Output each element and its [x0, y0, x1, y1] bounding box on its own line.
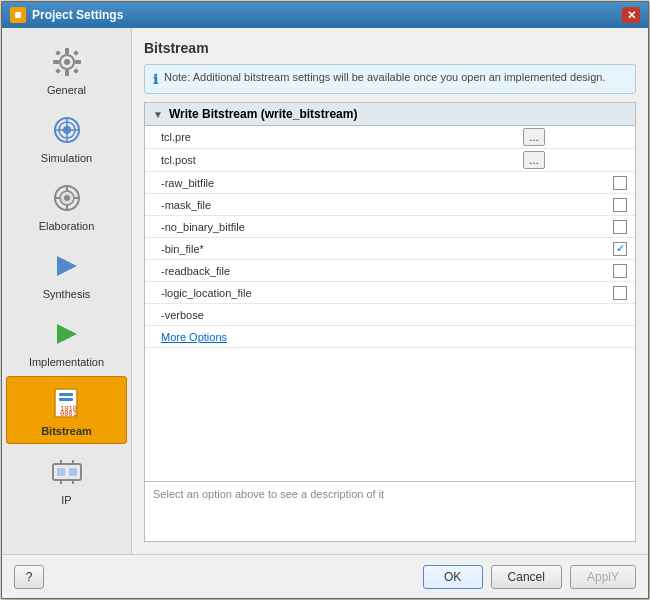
close-button[interactable]: ✕	[622, 7, 640, 23]
settings-header: ▼ Write Bitstream (write_bitstream)	[145, 103, 635, 126]
sidebar-item-ip-label: IP	[61, 494, 71, 506]
row-label-no-binary-bitfile: -no_binary_bitfile	[145, 218, 515, 236]
elaboration-icon	[47, 178, 87, 218]
apply-button[interactable]: ApplY	[570, 565, 636, 589]
sidebar-item-general[interactable]: General	[6, 36, 127, 102]
title-bar: Project Settings ✕	[2, 2, 648, 28]
svg-rect-11	[73, 68, 79, 74]
svg-rect-6	[53, 60, 59, 64]
help-button[interactable]: ?	[14, 565, 44, 589]
row-label-mask-file: -mask_file	[145, 196, 515, 214]
row-label-more-options[interactable]: More Options	[145, 328, 515, 346]
checkbox-no-binary-bitfile[interactable]	[613, 220, 627, 234]
svg-rect-9	[73, 50, 79, 56]
sidebar-item-elaboration-label: Elaboration	[39, 220, 95, 232]
svg-point-19	[64, 195, 70, 201]
synthesis-icon	[47, 246, 87, 286]
row-value-logic-location-file	[515, 284, 635, 302]
info-text: Note: Additional bitstream settings will…	[164, 71, 606, 83]
sidebar-item-implementation-label: Implementation	[29, 356, 104, 368]
browse-btn-tcl-post[interactable]: …	[523, 151, 545, 169]
svg-text:0001: 0001	[60, 410, 77, 418]
checkbox-logic-location-file[interactable]	[613, 286, 627, 300]
table-row: -bin_file* ✓	[145, 238, 635, 260]
table-row: -no_binary_bitfile	[145, 216, 635, 238]
row-label-bin-file: -bin_file*	[145, 240, 515, 258]
table-row: -mask_file	[145, 194, 635, 216]
content-area: General Simulation	[2, 28, 648, 554]
sidebar-item-implementation[interactable]: Implementation	[6, 308, 127, 374]
ok-button[interactable]: OK	[423, 565, 483, 589]
checkbox-readback-file[interactable]	[613, 264, 627, 278]
main-panel: Bitstream ℹ Note: Additional bitstream s…	[132, 28, 648, 554]
info-icon: ℹ	[153, 72, 158, 87]
svg-rect-32	[57, 468, 65, 476]
sidebar-item-ip[interactable]: IP	[6, 446, 127, 512]
table-row: tcl.pre …	[145, 126, 635, 149]
table-row: tcl.post …	[145, 149, 635, 172]
svg-rect-7	[75, 60, 81, 64]
gear-icon	[47, 42, 87, 82]
row-value-tcl-pre: …	[515, 126, 635, 148]
sidebar-item-elaboration[interactable]: Elaboration	[6, 172, 127, 238]
bottom-bar: ? OK Cancel ApplY	[2, 554, 648, 598]
row-label-tcl-pre: tcl.pre	[145, 128, 515, 146]
settings-group-label: Write Bitstream (write_bitstream)	[169, 107, 358, 121]
row-label-verbose: -verbose	[145, 306, 515, 324]
sidebar-item-synthesis[interactable]: Synthesis	[6, 240, 127, 306]
sidebar-item-general-label: General	[47, 84, 86, 96]
svg-rect-33	[69, 468, 77, 476]
checkbox-raw-bitfile[interactable]	[613, 176, 627, 190]
panel-title: Bitstream	[144, 40, 636, 56]
svg-rect-8	[55, 50, 61, 56]
table-row: -logic_location_file	[145, 282, 635, 304]
svg-rect-28	[59, 398, 73, 401]
sidebar-item-simulation[interactable]: Simulation	[6, 104, 127, 170]
row-label-raw-bitfile: -raw_bitfile	[145, 174, 515, 192]
sidebar-item-synthesis-label: Synthesis	[43, 288, 91, 300]
collapse-icon[interactable]: ▼	[153, 109, 163, 120]
svg-rect-27	[59, 393, 73, 396]
app-icon	[10, 7, 26, 23]
bottom-left: ?	[14, 565, 423, 589]
row-value-raw-bitfile	[515, 174, 635, 192]
table-row: More Options	[145, 326, 635, 348]
sidebar-item-bitstream-label: Bitstream	[41, 425, 92, 437]
row-value-tcl-post: …	[515, 149, 635, 171]
row-value-bin-file: ✓	[515, 240, 635, 258]
window-title: Project Settings	[32, 8, 123, 22]
description-box: Select an option above to see a descript…	[145, 481, 635, 541]
row-value-more-options	[515, 335, 635, 339]
svg-rect-10	[55, 68, 61, 74]
bottom-right: OK Cancel ApplY	[423, 565, 636, 589]
info-box: ℹ Note: Additional bitstream settings wi…	[144, 64, 636, 94]
row-value-no-binary-bitfile	[515, 218, 635, 236]
row-label-readback-file: -readback_file	[145, 262, 515, 280]
row-value-verbose	[515, 313, 635, 317]
project-settings-window: Project Settings ✕	[1, 1, 649, 599]
svg-marker-24	[57, 256, 77, 276]
checkbox-bin-file[interactable]: ✓	[613, 242, 627, 256]
sidebar-item-bitstream[interactable]: 1010 0001 Bitstream	[6, 376, 127, 444]
table-row: -raw_bitfile	[145, 172, 635, 194]
row-value-mask-file	[515, 196, 635, 214]
sidebar-item-simulation-label: Simulation	[41, 152, 92, 164]
description-text: Select an option above to see a descript…	[153, 488, 384, 500]
ip-icon	[47, 452, 87, 492]
bitstream-icon: 1010 0001	[47, 383, 87, 423]
row-value-readback-file	[515, 262, 635, 280]
svg-rect-1	[15, 12, 21, 18]
simulation-icon	[47, 110, 87, 150]
cancel-button[interactable]: Cancel	[491, 565, 562, 589]
svg-point-3	[64, 59, 70, 65]
sidebar: General Simulation	[2, 28, 132, 554]
svg-marker-25	[57, 324, 77, 344]
browse-btn-tcl-pre[interactable]: …	[523, 128, 545, 146]
table-row: -readback_file	[145, 260, 635, 282]
settings-table: tcl.pre … tcl.post … -raw_bitf	[145, 126, 635, 481]
implementation-icon	[47, 314, 87, 354]
checkbox-mask-file[interactable]	[613, 198, 627, 212]
svg-rect-5	[65, 70, 69, 76]
settings-box: ▼ Write Bitstream (write_bitstream) tcl.…	[144, 102, 636, 542]
row-label-logic-location-file: -logic_location_file	[145, 284, 515, 302]
